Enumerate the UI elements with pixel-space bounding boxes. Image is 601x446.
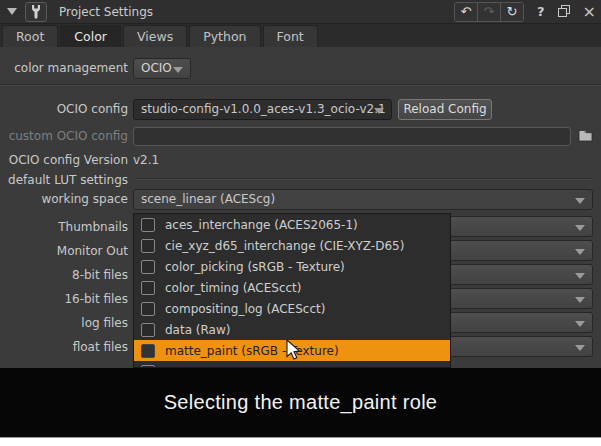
tab-label: Views <box>137 29 173 44</box>
restore-window-button[interactable] <box>558 5 570 19</box>
tab[interactable]: Font <box>263 25 318 47</box>
ocio-version-value: v2.1 <box>133 150 159 171</box>
working-space-dropdown[interactable]: scene_linear (ACEScg) <box>133 189 593 210</box>
menu-item-label: color_timing (ACEScct) <box>165 281 302 295</box>
tab-label: Font <box>277 29 304 44</box>
chevron-down-icon <box>575 321 585 327</box>
default-lut-settings-label: default LUT settings <box>0 170 128 191</box>
mouse-cursor-icon <box>286 339 302 361</box>
ocio-version-label: OCIO config Version <box>0 150 128 171</box>
redo-button[interactable]: ↷ <box>478 3 501 21</box>
tab[interactable]: Views <box>123 25 187 47</box>
checkbox-icon <box>141 302 155 316</box>
chevron-down-icon <box>173 67 183 73</box>
chevron-down-icon <box>575 273 585 279</box>
tab-label: Root <box>16 29 44 44</box>
folder-icon <box>578 129 593 142</box>
help-button[interactable]: ? <box>537 5 545 18</box>
ocio-config-value: studio-config-v1.0.0_aces-v1.3_ocio-v2.1 <box>141 102 386 116</box>
revert-button[interactable]: ↻ <box>501 3 523 21</box>
custom-ocio-config-input[interactable] <box>133 127 571 146</box>
close-button[interactable]: × <box>583 4 596 20</box>
menu-item[interactable]: data (Raw) <box>134 319 450 340</box>
checkbox-icon <box>141 323 155 337</box>
custom-ocio-config-label: custom OCIO config <box>0 126 128 147</box>
working-space-value: scene_linear (ACEScg) <box>141 192 275 206</box>
file-browse-button[interactable] <box>576 126 594 144</box>
menu-item[interactable] <box>134 361 450 368</box>
tab-label: Color <box>74 29 107 44</box>
ocio-config-label: OCIO config <box>0 99 128 120</box>
tab[interactable]: Python <box>189 25 260 47</box>
menu-item-label: aces_interchange (ACES2065-1) <box>165 218 358 232</box>
working-space-label: working space <box>0 189 128 210</box>
properties-button[interactable] <box>25 2 47 22</box>
titlebar-controls: ↶ ↷ ↻ ? × <box>454 2 596 21</box>
tab[interactable]: Root <box>2 25 58 47</box>
tab-label: Python <box>203 29 246 44</box>
file-row-label: float files <box>0 337 128 358</box>
menu-item[interactable]: color_timing (ACEScct) <box>134 277 450 298</box>
menu-item-label: color_picking (sRGB - Texture) <box>165 260 345 274</box>
checkbox-icon <box>141 260 155 274</box>
undo-button[interactable]: ↶ <box>455 3 478 21</box>
file-row-label: Monitor Out <box>0 241 128 262</box>
menu-item[interactable]: cie_xyz_d65_interchange (CIE-XYZ-D65) <box>134 235 450 256</box>
menu-item-label: matte_paint (sRGB - Texture) <box>165 344 339 358</box>
bottom-margin <box>0 437 601 446</box>
menu-item-label: cie_xyz_d65_interchange (CIE-XYZ-D65) <box>165 239 404 253</box>
checkbox-icon <box>141 239 155 253</box>
group-rule <box>137 178 593 180</box>
panel-collapse-icon[interactable] <box>7 8 17 15</box>
file-row-label: 16-bit files <box>0 289 128 310</box>
chevron-down-icon <box>575 198 585 204</box>
caption-bar: Selecting the matte_paint role <box>0 368 601 437</box>
file-row-label: 8-bit files <box>0 265 128 286</box>
tab[interactable]: Color <box>60 25 121 47</box>
menu-item-label: data (Raw) <box>165 323 230 337</box>
titlebar: Project Settings ↶ ↷ ↻ ? × <box>0 0 601 24</box>
file-row-label: Thumbnails <box>0 217 128 238</box>
chevron-down-icon <box>374 108 384 114</box>
chevron-down-icon <box>575 225 585 231</box>
chevron-down-icon <box>575 297 585 303</box>
history-button-group: ↶ ↷ ↻ <box>454 2 524 22</box>
window-title: Project Settings <box>59 5 153 19</box>
menu-item-label: compositing_log (ACEScct) <box>165 302 325 316</box>
project-settings-window: Project Settings ↶ ↷ ↻ ? × Root Color <box>0 0 601 446</box>
checkbox-icon <box>141 218 155 232</box>
restore-icon <box>558 5 570 17</box>
section-divider <box>0 84 601 86</box>
checkbox-icon <box>141 281 155 295</box>
chevron-down-icon <box>575 345 585 351</box>
color-management-value: OCIO <box>141 61 172 75</box>
wrench-icon <box>30 4 42 20</box>
settings-panel: color management OCIO OCIO config studio… <box>0 47 601 368</box>
tab-bar: Root Color Views Python Font <box>0 24 601 47</box>
caption-text: Selecting the matte_paint role <box>164 391 438 414</box>
color-management-dropdown[interactable]: OCIO <box>133 58 191 79</box>
file-row-label: log files <box>0 313 128 334</box>
reload-config-button[interactable]: Reload Config <box>398 99 492 120</box>
chevron-down-icon <box>575 249 585 255</box>
menu-item[interactable]: aces_interchange (ACES2065-1) <box>134 214 450 235</box>
color-management-label: color management <box>0 58 128 79</box>
checkbox-icon <box>141 344 155 358</box>
menu-item[interactable]: color_picking (sRGB - Texture) <box>134 256 450 277</box>
menu-item[interactable]: compositing_log (ACEScct) <box>134 298 450 319</box>
ocio-config-dropdown[interactable]: studio-config-v1.0.0_aces-v1.3_ocio-v2.1 <box>133 99 392 120</box>
